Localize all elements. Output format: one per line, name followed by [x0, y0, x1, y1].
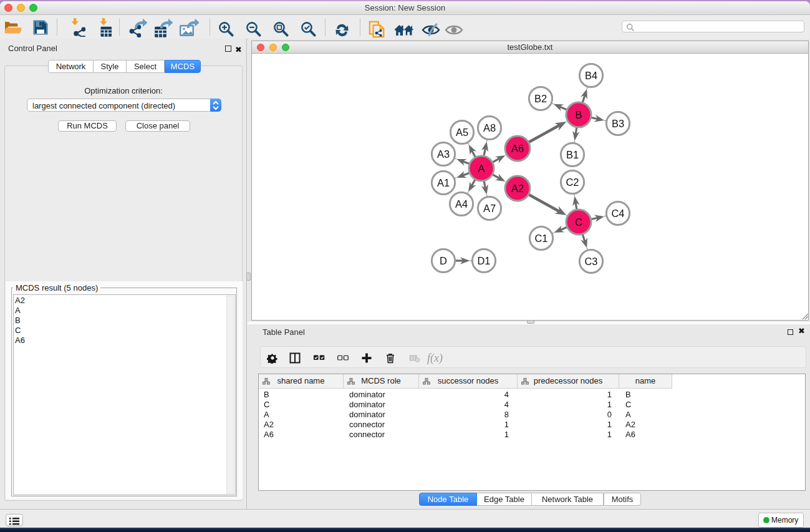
- svg-text:A7: A7: [483, 203, 496, 214]
- svg-text:A1: A1: [437, 177, 450, 188]
- svg-text:B2: B2: [534, 93, 547, 104]
- svg-text:A5: A5: [456, 127, 468, 138]
- svg-text:A3: A3: [437, 148, 450, 160]
- svg-text:C2: C2: [566, 177, 579, 188]
- svg-text:C1: C1: [534, 233, 547, 244]
- svg-text:A2: A2: [511, 183, 524, 194]
- svg-text:A4: A4: [455, 198, 468, 210]
- svg-text:C4: C4: [611, 208, 624, 219]
- svg-text:D: D: [440, 255, 447, 266]
- svg-text:B4: B4: [585, 70, 597, 81]
- svg-text:A8: A8: [483, 122, 496, 133]
- svg-text:C: C: [575, 216, 582, 228]
- svg-text:D1: D1: [477, 255, 490, 266]
- svg-text:B1: B1: [566, 149, 579, 160]
- svg-text:B3: B3: [612, 118, 624, 129]
- svg-text:C3: C3: [584, 256, 597, 267]
- svg-text:A6: A6: [511, 143, 524, 154]
- svg-text:B: B: [575, 109, 582, 120]
- svg-text:A: A: [478, 163, 485, 174]
